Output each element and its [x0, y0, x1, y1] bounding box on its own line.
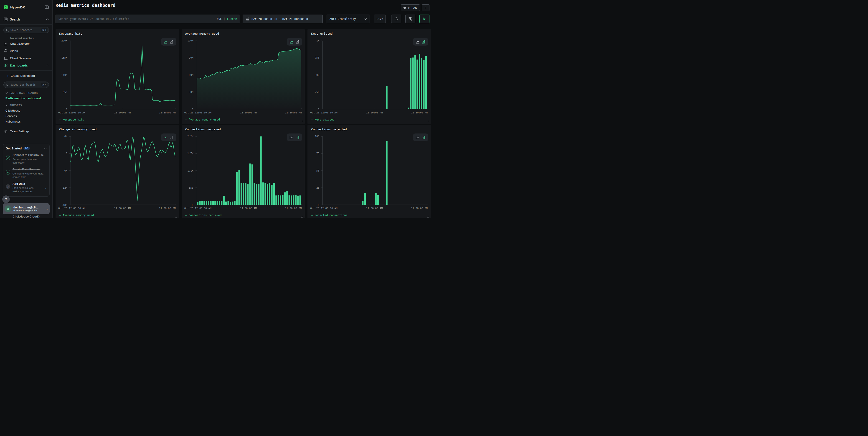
chevron-down-icon [364, 18, 367, 20]
sidebar-item-alerts[interactable]: Alerts [0, 47, 52, 54]
x-axis-labels: Oct 20 12:00:00 AM11:00:00 AM11:30:00 PM [58, 207, 176, 210]
sidebar: HyperDX Search Saved Searches ⌘K No save… [0, 0, 53, 218]
create-dashboard-button[interactable]: + Create Dashboard [0, 72, 52, 79]
bar-chart-icon[interactable] [422, 40, 426, 43]
chart-canvas[interactable] [69, 136, 176, 205]
line-chart-icon[interactable] [416, 136, 420, 139]
live-button[interactable]: Live [374, 14, 386, 23]
step-subtitle: Start sending logs, metrics, or traces [12, 186, 41, 193]
sidebar-item-team-settings[interactable]: Team Settings [0, 127, 52, 135]
tags-button[interactable]: 0 Tags [401, 4, 420, 11]
plus-icon: + [7, 74, 9, 78]
chart-canvas[interactable] [195, 136, 302, 205]
chart-legend: —Average memory used [59, 214, 94, 217]
panel-keys-evicted: Keys evicted 1K7505002500 Oct 20 12:00:0… [307, 29, 431, 124]
sidebar-item-kubernetes-preset[interactable]: Kubernetes [5, 119, 52, 123]
sidebar-item-dashboards[interactable]: Dashboards [0, 62, 52, 69]
date-range-value: Oct 20 00:00:00 - Oct 21 00:00:00 [251, 17, 308, 21]
presets-header[interactable]: PRESETS [5, 104, 52, 107]
chevron-up-icon[interactable] [46, 19, 49, 20]
x-axis-labels: Oct 20 12:00:00 AM11:00:00 AM11:30:00 PM [310, 207, 428, 210]
filter-button[interactable] [405, 14, 415, 23]
resize-handle[interactable] [176, 120, 177, 122]
hyperdx-logo-icon [4, 5, 8, 9]
resize-handle[interactable] [301, 216, 303, 218]
get-started-step-connect[interactable]: Connect to ClickHouse Set up your databa… [6, 153, 46, 165]
legend-dash: — [59, 214, 61, 217]
dashboard-grid: Keyspace hits 220K165K110K55K0 Oct 20 12… [53, 29, 434, 218]
resize-handle[interactable] [301, 120, 303, 122]
date-range-picker[interactable]: Oct 20 00:00:00 - Oct 21 00:00:00 [243, 14, 323, 23]
query-language-toggle: SQL | Lucene [217, 17, 237, 21]
chevron-down-icon [5, 92, 8, 94]
saved-dashboards-header[interactable]: SAVED DASHBOARDS [5, 92, 52, 94]
resize-handle[interactable] [427, 120, 429, 122]
y-axis-labels: 1K7505002500 [310, 40, 319, 109]
refresh-button[interactable] [391, 14, 401, 23]
panel-average-memory-used: Average memory used 120M90M60M30M0 Oct 2… [182, 29, 305, 124]
bar-chart-icon[interactable] [422, 136, 426, 139]
saved-dashboards-placeholder: Saved Dashboards [10, 83, 36, 86]
granularity-select[interactable]: Auto Granularity [327, 14, 370, 23]
chart-canvas[interactable] [69, 40, 176, 109]
sidebar-item-clickhouse-preset[interactable]: ClickHouse [5, 109, 52, 113]
step-subtitle: Configure where your data comes from [12, 172, 46, 179]
chevron-up-icon[interactable] [46, 65, 49, 66]
line-chart-icon[interactable] [290, 40, 293, 43]
legend-dash: — [59, 118, 61, 121]
laptop-icon [4, 57, 8, 60]
chart-title: Keys evicted [311, 32, 333, 35]
chart-view-toggle [287, 134, 302, 141]
chart-canvas[interactable] [321, 136, 428, 205]
resize-handle[interactable] [427, 216, 429, 218]
saved-searches-input[interactable]: Saved Searches ⌘K [3, 27, 49, 33]
no-saved-searches-text: No saved searches [10, 37, 52, 40]
legend-dash: — [185, 118, 187, 121]
event-search-input[interactable]: Search your events w/ Lucene ex. column:… [56, 14, 240, 23]
chart-title: Connections recieved [185, 127, 221, 131]
sidebar-item-search[interactable]: Search [0, 14, 52, 25]
bar-chart-icon[interactable] [170, 136, 174, 139]
line-chart-icon [4, 42, 8, 45]
legend-dash: — [311, 214, 313, 217]
resize-handle[interactable] [176, 216, 177, 218]
help-button[interactable]: ? [2, 196, 10, 203]
user-account-button[interactable]: D dominic.tran@clic... dominic.tran@clic… [3, 203, 50, 214]
line-chart-icon[interactable] [164, 40, 167, 43]
chart-title: Average memory used [185, 32, 219, 35]
more-options-button[interactable]: ⋮ [422, 4, 429, 11]
chevron-up-icon[interactable] [44, 148, 46, 149]
bar-chart-icon[interactable] [170, 40, 174, 43]
brand-name: HyperDX [10, 5, 25, 9]
chevron-down-icon [5, 105, 8, 106]
chart-view-toggle [161, 134, 176, 141]
y-axis-labels: 2.2K1.7K1.1K5500 [184, 136, 193, 205]
y-axis-labels: 120M90M60M30M0 [184, 40, 193, 109]
sql-toggle[interactable]: SQL [217, 17, 222, 21]
saved-dashboards-input[interactable]: Saved Dashboards ⌘K [3, 82, 49, 88]
sidebar-item-client-sessions[interactable]: Client Sessions [0, 54, 52, 62]
line-chart-icon[interactable] [290, 136, 293, 139]
bar-chart-icon[interactable] [296, 40, 300, 43]
panel-change-in-memory-used: Change in memory used 6M0-6M-12M-18M Oct… [56, 125, 179, 218]
get-started-step-add-data[interactable]: 3 Add Data Start sending logs, metrics, … [6, 182, 46, 193]
saved-searches-placeholder: Saved Searches [10, 28, 33, 32]
search-icon [6, 83, 9, 86]
chart-legend: —Keys evicted [311, 118, 334, 121]
sidebar-item-chart-explorer[interactable]: Chart Explorer [0, 40, 52, 47]
main-content: Redis metrics dashboard 0 Tags ⋮ Search … [53, 0, 434, 218]
chart-canvas[interactable] [195, 40, 302, 109]
sidebar-item-redis-metrics-dashboard[interactable]: Redis metrics dashboard [5, 96, 52, 100]
chart-canvas[interactable] [321, 40, 428, 109]
line-chart-icon[interactable] [416, 40, 420, 43]
sidebar-collapse-icon[interactable] [45, 5, 49, 9]
lucene-toggle[interactable]: Lucene [227, 17, 237, 21]
sidebar-item-services-preset[interactable]: Services [5, 114, 52, 118]
line-chart-icon[interactable] [164, 136, 167, 139]
page-title: Redis metrics dashboard [56, 3, 115, 8]
run-query-button[interactable] [420, 14, 429, 23]
chart-legend: —Average memory used [185, 118, 220, 121]
get-started-progress-badge: 2/3 [24, 147, 30, 150]
bar-chart-icon[interactable] [296, 136, 300, 139]
get-started-step-data-sources[interactable]: Create Data Sources Configure where your… [6, 168, 46, 179]
